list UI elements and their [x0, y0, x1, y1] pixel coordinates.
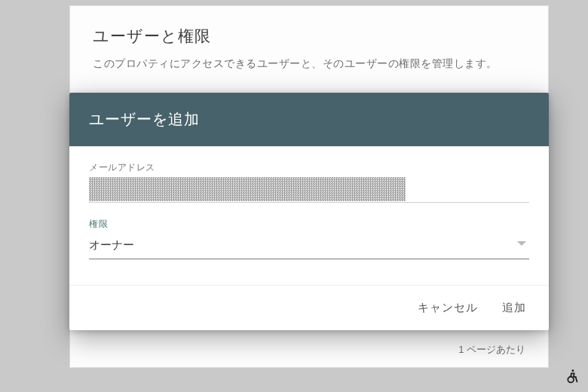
accessibility-icon[interactable] — [564, 368, 580, 384]
add-user-dialog: ユーザーを追加 メールアドレス 権限 オーナー キャンセル 追加 — [69, 93, 549, 330]
submit-button[interactable]: 追加 — [501, 298, 528, 318]
permission-label: 権限 — [89, 218, 529, 231]
email-label: メールアドレス — [89, 161, 529, 174]
dialog-body: メールアドレス 権限 オーナー — [69, 146, 549, 270]
svg-point-0 — [571, 369, 574, 372]
cancel-button[interactable]: キャンセル — [416, 298, 479, 318]
dialog-actions: キャンセル 追加 — [69, 286, 549, 330]
permission-select[interactable]: オーナー — [89, 234, 529, 259]
email-field-wrapper — [89, 177, 529, 203]
email-input[interactable] — [89, 177, 529, 202]
dialog-title: ユーザーを追加 — [69, 93, 549, 146]
chevron-down-icon — [517, 241, 526, 246]
card-subtitle: このプロパティにアクセスできるユーザーと、そのユーザーの権限を管理します。 — [93, 57, 525, 71]
pagination-label: 1 ページあたり — [458, 343, 525, 357]
svg-point-1 — [568, 377, 574, 383]
permission-value: オーナー — [89, 238, 134, 251]
card-title: ユーザーと権限 — [93, 26, 525, 47]
